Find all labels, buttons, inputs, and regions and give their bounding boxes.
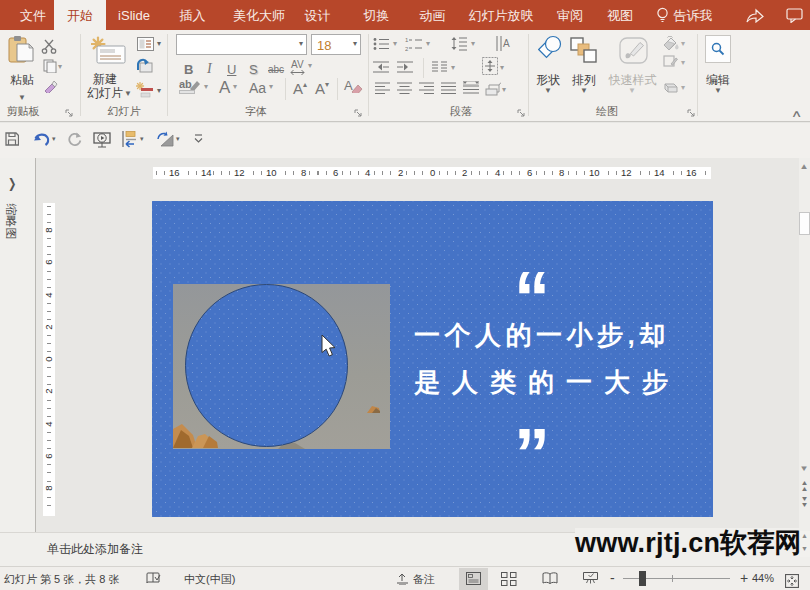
svg-text:A: A <box>503 38 510 49</box>
svg-text:2: 2 <box>405 46 409 52</box>
svg-text:1: 1 <box>405 37 409 43</box>
